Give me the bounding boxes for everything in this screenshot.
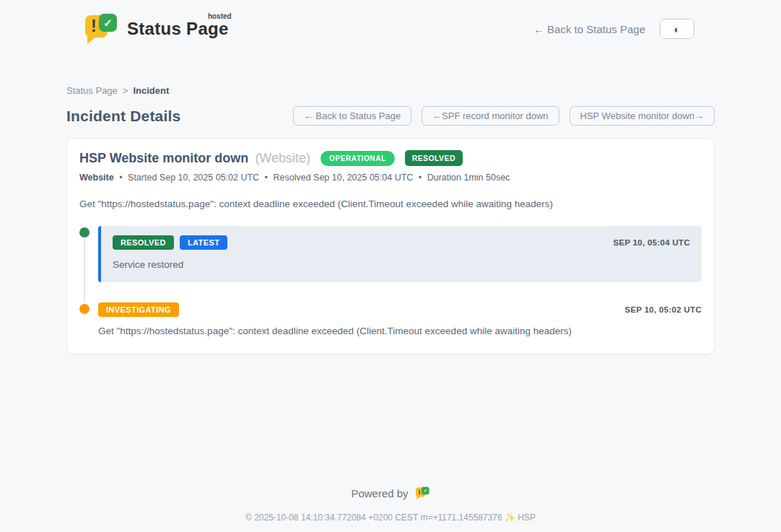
investigating-badge: INVESTIGATING bbox=[98, 302, 179, 317]
meta-separator: • bbox=[265, 173, 268, 183]
update-message: Get "https://hostedstatus.page": context… bbox=[98, 326, 702, 336]
powered-by-logo-link[interactable]: ! ✓ bbox=[415, 486, 430, 501]
update-timestamp: SEP 10, 05:04 UTC bbox=[613, 238, 690, 247]
incident-meta: Website • Started Sep 10, 2025 05:02 UTC… bbox=[79, 173, 702, 183]
breadcrumb-status-page[interactable]: Status Page bbox=[66, 85, 118, 96]
incident-service: Website bbox=[79, 173, 114, 183]
update-badges: RESOLVED LATEST bbox=[113, 235, 227, 250]
breadcrumb: Status Page > Incident bbox=[66, 85, 715, 96]
logo-check-box: ✓ bbox=[422, 487, 429, 494]
breadcrumb-incident: Incident bbox=[133, 85, 169, 96]
incident-duration: Duration 1min 50sec bbox=[427, 173, 510, 183]
logo[interactable]: ! ✓ Status Page hosted bbox=[85, 13, 229, 45]
incident-timeline: RESOLVED LATEST SEP 10, 05:04 UTC Servic… bbox=[79, 226, 702, 336]
update-message: Service restored bbox=[113, 259, 690, 270]
incident-title-row: HSP Website monitor down (Website) OPERA… bbox=[79, 150, 702, 166]
incident-monitor-name: (Website) bbox=[255, 151, 310, 165]
incident-title: HSP Website monitor down (Website) bbox=[79, 151, 310, 166]
timeline-dot-column bbox=[79, 226, 98, 282]
statuspage-mini-logo-icon: ! ✓ bbox=[416, 487, 429, 500]
brand-superscript: hosted bbox=[208, 12, 232, 20]
resolved-badge: RESOLVED bbox=[113, 235, 174, 250]
latest-badge: LATEST bbox=[180, 235, 227, 250]
resolved-status-badge: RESOLVED bbox=[405, 150, 463, 166]
meta-separator: • bbox=[119, 173, 122, 183]
latest-update-box: RESOLVED LATEST SEP 10, 05:04 UTC Servic… bbox=[98, 226, 702, 282]
dark-mode-icon: ◐ bbox=[673, 24, 680, 35]
check-icon: ✓ bbox=[103, 17, 113, 30]
incident-card: HSP Website monitor down (Website) OPERA… bbox=[66, 138, 715, 354]
theme-toggle-button[interactable]: ◐ bbox=[660, 19, 694, 39]
back-to-status-page-link[interactable]: ← Back to Status Page bbox=[533, 23, 645, 35]
operational-badge: OPERATIONAL bbox=[320, 151, 395, 166]
main-content: Status Page > Incident Incident Details … bbox=[66, 85, 715, 523]
next-incident-button[interactable]: HSP Website monitor down→ bbox=[570, 106, 715, 126]
page-title: Incident Details bbox=[66, 108, 180, 125]
check-icon: ✓ bbox=[423, 488, 427, 494]
update-badges: INVESTIGATING bbox=[98, 302, 179, 317]
powered-by-label: Powered by bbox=[351, 487, 408, 500]
incident-title-text: HSP Website monitor down bbox=[79, 151, 248, 165]
timeline-item-resolved: RESOLVED LATEST SEP 10, 05:04 UTC Servic… bbox=[79, 226, 702, 282]
timeline-dot-column bbox=[79, 302, 98, 336]
timeline-item-investigating: INVESTIGATING SEP 10, 05:02 UTC Get "htt… bbox=[79, 302, 702, 336]
timeline-content: INVESTIGATING SEP 10, 05:02 UTC Get "htt… bbox=[98, 302, 702, 336]
incident-resolved: Resolved Sep 10, 2025 05:04 UTC bbox=[273, 173, 413, 183]
incident-description: Get "https://hostedstatus.page": context… bbox=[79, 199, 702, 209]
meta-separator: • bbox=[419, 173, 422, 183]
logo-exclamation: ! bbox=[91, 17, 97, 36]
logo-text: Status Page hosted bbox=[127, 19, 229, 39]
logo-bubble-tail bbox=[87, 36, 97, 44]
powered-by-row: Powered by ! ✓ bbox=[66, 486, 715, 501]
title-row: Incident Details ← Back to Status Page ←… bbox=[66, 106, 715, 126]
footer: Powered by ! ✓ © 2025-10-08 14:10:34.772… bbox=[66, 486, 715, 523]
breadcrumb-separator: > bbox=[123, 85, 128, 96]
copyright-text: © 2025-10-08 14:10:34.772084 +0200 CEST … bbox=[66, 513, 715, 523]
resolved-dot-icon bbox=[79, 227, 90, 237]
logo-bubble-tail bbox=[416, 496, 420, 500]
statuspage-logo-icon: ! ✓ bbox=[85, 13, 118, 45]
header: ! ✓ Status Page hosted ← Back to Status … bbox=[0, 0, 781, 55]
back-to-status-page-button[interactable]: ← Back to Status Page bbox=[293, 106, 411, 126]
timeline-content: RESOLVED LATEST SEP 10, 05:04 UTC Servic… bbox=[98, 226, 702, 282]
update-header: INVESTIGATING SEP 10, 05:02 UTC bbox=[98, 302, 702, 317]
prev-incident-button[interactable]: ←SPF record monitor down bbox=[422, 106, 559, 126]
incident-nav-buttons: ← Back to Status Page ←SPF record monito… bbox=[293, 106, 715, 126]
update-header: RESOLVED LATEST SEP 10, 05:04 UTC bbox=[113, 235, 690, 250]
logo-exclamation: ! bbox=[418, 488, 420, 496]
brand-name: Status Page bbox=[127, 19, 229, 38]
incident-started: Started Sep 10, 2025 05:02 UTC bbox=[128, 173, 259, 183]
header-right: ← Back to Status Page ◐ bbox=[533, 19, 694, 39]
logo-check-box: ✓ bbox=[99, 14, 117, 32]
update-timestamp: SEP 10, 05:02 UTC bbox=[624, 305, 702, 314]
investigating-dot-icon bbox=[79, 304, 90, 314]
